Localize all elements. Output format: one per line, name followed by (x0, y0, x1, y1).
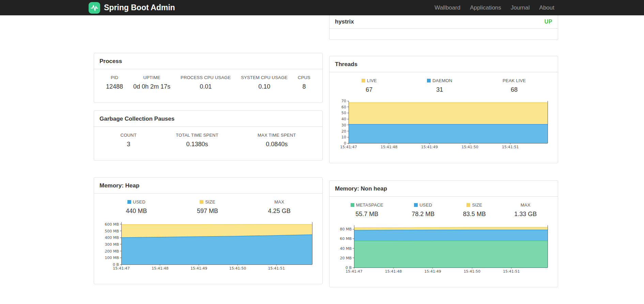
stat-label: PROCESS CPU USAGE (181, 75, 231, 80)
brand-link[interactable]: Spring Boot Admin (89, 2, 175, 14)
svg-text:600 MB: 600 MB (105, 222, 119, 227)
application-status-badge: UP (545, 19, 552, 25)
nav-links: Wallboard Applications Journal About (430, 0, 559, 15)
threads-stats: LIVE 67 DAEMON 31 PEAK LIVE 68 (336, 78, 551, 93)
stat-label: PID (106, 75, 123, 80)
svg-text:500 MB: 500 MB (105, 229, 119, 233)
stat-value: 83.5 MB (463, 211, 486, 218)
svg-text:15:41:47: 15:41:47 (113, 266, 129, 271)
stat-gc-total-time: TOTAL TIME SPENT 0.1380s (176, 133, 218, 148)
svg-text:15:41:50: 15:41:50 (229, 266, 246, 271)
right-column: hystrix UP Threads LIVE 67 DAEMON (329, 15, 558, 287)
stat-value: 597 MB (197, 208, 218, 215)
stat-pid: PID 12488 (106, 75, 123, 90)
svg-text:15:41:50: 15:41:50 (464, 269, 480, 274)
svg-text:15:41:48: 15:41:48 (381, 145, 397, 149)
stat-gc-count: COUNT 3 (121, 133, 137, 148)
stat-process-cpu-usage: PROCESS CPU USAGE 0.01 (181, 75, 231, 90)
stat-value: 0.0840s (258, 141, 296, 148)
stat-value: 0d 0h 2m 17s (133, 83, 170, 90)
stat-heap-used: USED 440 MB (126, 199, 147, 215)
svg-text:15:41:47: 15:41:47 (346, 269, 362, 274)
stat-label-text: SIZE (472, 202, 482, 208)
stat-label-text: LIVE (367, 78, 377, 83)
stat-label-text: SIZE (205, 199, 215, 204)
stat-value: 0.10 (241, 83, 288, 90)
svg-text:15:41:51: 15:41:51 (503, 269, 520, 274)
threads-panel: Threads LIVE 67 DAEMON 31 (329, 56, 558, 163)
svg-text:15:41:48: 15:41:48 (385, 269, 402, 274)
nav-item-about[interactable]: About (535, 0, 559, 15)
stat-cpus: CPUS 8 (298, 75, 310, 90)
svg-text:300 MB: 300 MB (105, 242, 119, 247)
memory-nonheap-panel-title: Memory: Non heap (329, 181, 558, 197)
size-series-swatch-icon (200, 200, 203, 204)
main-content: Process PID 12488 UPTIME 0d 0h 2m 17s PR… (94, 15, 558, 287)
stat-value: 3 (121, 141, 137, 148)
stat-heap-size: SIZE 597 MB (197, 199, 218, 215)
application-row-hystrix[interactable]: hystrix UP (329, 15, 558, 29)
stat-label-text: METASPACE (356, 202, 383, 208)
svg-text:15:41:48: 15:41:48 (152, 266, 168, 271)
stat-threads-live: LIVE 67 (362, 78, 377, 93)
svg-text:15:41:51: 15:41:51 (502, 145, 519, 149)
nav-item-applications[interactable]: Applications (465, 0, 506, 15)
nav-item-journal[interactable]: Journal (506, 0, 535, 15)
memory-nonheap-chart: 0 B20 MB40 MB60 MB80 MB15:41:4715:41:481… (336, 223, 551, 275)
daemon-series-swatch-icon (427, 79, 431, 82)
stat-nonheap-max: MAX 1.33 GB (514, 202, 537, 218)
stat-value: 68 (503, 86, 526, 93)
navbar-inner: Spring Boot Admin Wallboard Applications… (89, 0, 559, 15)
used-series-swatch-icon (127, 200, 131, 204)
stat-value: 4.25 GB (268, 208, 291, 215)
stat-nonheap-size: SIZE 83.5 MB (463, 202, 486, 218)
svg-text:15:41:51: 15:41:51 (268, 266, 285, 271)
stat-label: TOTAL TIME SPENT (176, 133, 218, 138)
stat-label: SIZE (463, 202, 486, 208)
stat-value: 440 MB (126, 208, 147, 215)
metaspace-series-swatch-icon (351, 203, 354, 207)
threads-chart: 01020304050607015:41:4715:41:4815:41:491… (336, 99, 551, 151)
stat-label: MAX (514, 202, 537, 208)
svg-text:20: 20 (341, 129, 346, 134)
svg-text:40: 40 (341, 117, 346, 121)
stat-label: USED (126, 199, 147, 204)
threads-panel-title: Threads (329, 56, 558, 72)
stat-label-text: USED (419, 202, 432, 208)
process-stats: PID 12488 UPTIME 0d 0h 2m 17s PROCESS CP… (101, 75, 316, 90)
stat-value: 31 (427, 86, 452, 93)
memory-heap-panel-title: Memory: Heap (94, 178, 322, 194)
svg-text:70: 70 (341, 99, 346, 103)
stat-system-cpu-usage: SYSTEM CPU USAGE 0.10 (241, 75, 288, 90)
memory-nonheap-panel: Memory: Non heap METASPACE 55.7 MB USED … (329, 180, 558, 287)
gc-pauses-panel: Garbage Collection Pauses COUNT 3 TOTAL … (94, 110, 323, 161)
process-panel-title: Process (94, 53, 322, 69)
stat-label: METASPACE (351, 202, 383, 208)
stat-heap-max: MAX 4.25 GB (268, 199, 291, 215)
stat-label-text: USED (133, 199, 145, 204)
stat-value: 78.2 MB (412, 211, 434, 218)
stat-value: 1.33 GB (514, 211, 537, 218)
stat-label: USED (412, 202, 434, 208)
svg-text:15:41:49: 15:41:49 (190, 266, 207, 271)
stat-value: 55.7 MB (351, 211, 383, 218)
svg-text:15:41:50: 15:41:50 (461, 145, 478, 149)
stat-label: CPUS (298, 75, 310, 80)
brand-title: Spring Boot Admin (104, 3, 175, 12)
stat-label: UPTIME (133, 75, 170, 80)
stat-label: LIVE (362, 78, 377, 83)
stat-label: SYSTEM CPU USAGE (241, 75, 288, 80)
nav-item-wallboard[interactable]: Wallboard (430, 0, 465, 15)
nonheap-stats: METASPACE 55.7 MB USED 78.2 MB SIZE (336, 202, 551, 218)
memory-heap-panel: Memory: Heap USED 440 MB SIZE 597 MB (94, 177, 323, 284)
stat-label: PEAK LIVE (503, 78, 526, 83)
stat-threads-daemon: DAEMON 31 (427, 78, 452, 93)
stat-label: DAEMON (427, 78, 452, 83)
svg-text:15:41:47: 15:41:47 (340, 145, 357, 149)
stat-uptime: UPTIME 0d 0h 2m 17s (133, 75, 170, 90)
applications-panel-footer-space (329, 29, 558, 40)
stat-value: 0.01 (181, 83, 231, 90)
stat-label: COUNT (121, 133, 137, 138)
navbar: Spring Boot Admin Wallboard Applications… (0, 0, 644, 15)
svg-text:15:41:49: 15:41:49 (424, 269, 441, 274)
